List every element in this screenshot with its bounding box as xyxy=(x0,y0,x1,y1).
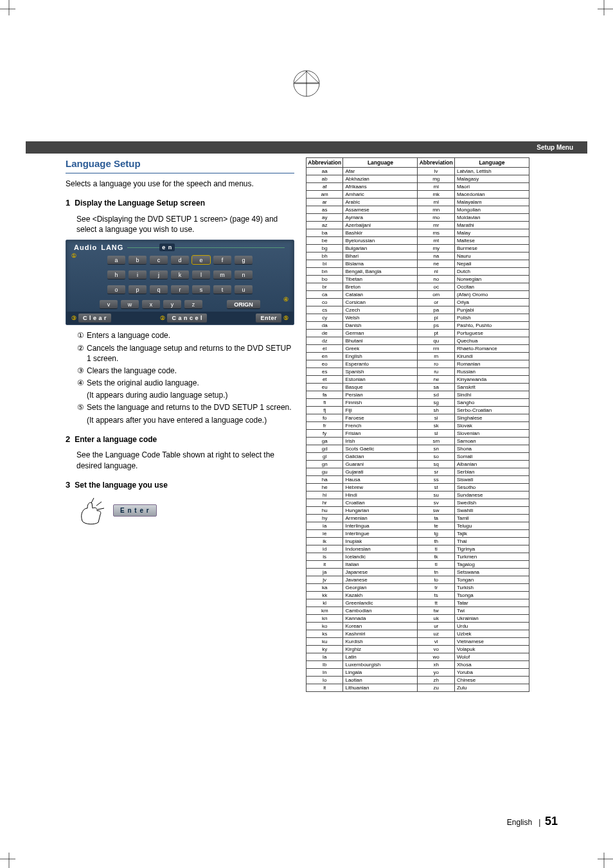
lang-cell: Occitan xyxy=(454,283,529,291)
lang-cell: Cambodian xyxy=(343,607,418,615)
abbrev-cell: tw xyxy=(418,607,454,615)
abbrev-cell: sk xyxy=(418,422,454,430)
lang-cell: Twi xyxy=(454,607,529,615)
key-m[interactable]: m xyxy=(213,270,231,279)
lang-cell: Gujarati xyxy=(343,468,418,476)
lang-cell: Azerbaijani xyxy=(343,222,418,229)
key-p[interactable]: p xyxy=(129,285,147,294)
abbrev-cell: he xyxy=(306,484,343,492)
abbrev-cell: th xyxy=(418,538,454,545)
key-g[interactable]: g xyxy=(235,256,253,264)
table-row: brBretonocOccitan xyxy=(306,283,529,291)
lang-cell: Finnish xyxy=(343,399,418,407)
abbrev-cell: id xyxy=(306,545,343,553)
setup-menu-bar: Setup Menu xyxy=(26,141,587,154)
table-row: amAmharicmkMacedonian xyxy=(306,191,529,199)
abbrev-cell: ml xyxy=(418,199,454,206)
key-u[interactable]: u xyxy=(235,285,253,294)
note-2: Cancels the language setup and returns t… xyxy=(87,343,294,364)
abbrev-cell: gl xyxy=(306,453,343,461)
key-t[interactable]: t xyxy=(213,285,231,294)
lang-cell: Ukrainian xyxy=(454,615,529,623)
key-w[interactable]: w xyxy=(121,300,139,308)
table-row: fjFijishSerbo-Croatian xyxy=(306,407,529,414)
abbrev-cell: rn xyxy=(418,353,454,360)
abbrev-cell: cy xyxy=(306,314,343,322)
key-s[interactable]: s xyxy=(192,285,210,294)
key-c[interactable]: c xyxy=(150,256,168,264)
lang-cell: Hausa xyxy=(343,476,418,484)
table-row: enEnglishrnKirundi xyxy=(306,353,529,360)
key-n[interactable]: n xyxy=(235,270,253,279)
abbrev-cell: bh xyxy=(306,252,343,260)
abbrev-cell: om xyxy=(418,291,454,299)
table-row: gnGuaranisqAlbanian xyxy=(306,461,529,468)
key-d[interactable]: d xyxy=(171,256,189,264)
table-row: esSpanishruRussian xyxy=(306,368,529,376)
abbrev-cell: su xyxy=(418,492,454,499)
table-row: fyFrisianslSlovenian xyxy=(306,430,529,438)
note-3: Clears the language code. xyxy=(87,366,177,376)
key-k[interactable]: k xyxy=(171,270,189,279)
lang-cell: Afar xyxy=(343,168,418,175)
lang-cell: Nepali xyxy=(454,260,529,268)
lang-cell: Punjabi xyxy=(454,306,529,314)
abbrev-cell: sa xyxy=(418,384,454,391)
abbrev-cell: fr xyxy=(306,422,343,430)
key-r[interactable]: r xyxy=(171,285,189,294)
abbrev-cell: lo xyxy=(306,677,343,684)
lang-cell: Abkhazian xyxy=(343,175,418,183)
abbrev-cell: ba xyxy=(306,229,343,237)
key-z[interactable]: z xyxy=(184,300,202,308)
key-x[interactable]: x xyxy=(142,300,160,308)
key-a[interactable]: a xyxy=(107,256,125,264)
key-q[interactable]: q xyxy=(150,285,168,294)
lang-cell: Persian xyxy=(343,391,418,399)
lang-cell: Moldavian xyxy=(454,214,529,222)
lang-cell: German xyxy=(343,330,418,337)
key-v[interactable]: v xyxy=(100,300,118,308)
enter-action-button[interactable]: E n t e r xyxy=(113,504,157,517)
abbrev-cell: ia xyxy=(306,522,343,530)
abbrev-cell: ka xyxy=(306,584,343,592)
key-l[interactable]: l xyxy=(192,270,210,279)
lang-cell: Korean xyxy=(343,623,418,630)
abbrev-cell: cs xyxy=(306,306,343,314)
key-h[interactable]: h xyxy=(107,270,125,279)
lang-cell: Amharic xyxy=(343,191,418,199)
note-4b: (It appears during audio language setup.… xyxy=(87,390,228,400)
key-y[interactable]: y xyxy=(163,300,181,308)
lang-cell: Portuguese xyxy=(454,330,529,337)
abbrev-cell: fy xyxy=(306,430,343,438)
table-row: huHungarianswSwahili xyxy=(306,507,529,515)
table-row: jaJapanesetnSetswana xyxy=(306,569,529,576)
key-i[interactable]: i xyxy=(129,270,147,279)
key-b[interactable]: b xyxy=(129,256,147,264)
abbrev-cell: so xyxy=(418,453,454,461)
abbrev-cell: ss xyxy=(418,476,454,484)
lang-cell: Swahili xyxy=(454,507,529,515)
lang-cell: Lingala xyxy=(343,669,418,677)
table-row: csCzechpaPunjabi xyxy=(306,306,529,314)
key-orign[interactable]: ORIGN xyxy=(227,300,260,308)
key-o[interactable]: o xyxy=(107,285,125,294)
abbrev-cell: ha xyxy=(306,476,343,484)
enter-button[interactable]: Enter xyxy=(256,314,281,323)
abbrev-cell: wo xyxy=(418,653,454,661)
key-j[interactable]: j xyxy=(150,270,168,279)
key-f[interactable]: f xyxy=(213,256,231,264)
panel-header-lang: LANG xyxy=(101,243,123,252)
table-row: faPersiansdSindhi xyxy=(306,391,529,399)
table-row: kuKurdishviVietnamese xyxy=(306,638,529,646)
abbrev-cell: si xyxy=(418,414,454,422)
key-e[interactable]: e xyxy=(192,256,210,264)
abbrev-cell: lv xyxy=(418,168,454,175)
abbrev-cell: it xyxy=(306,561,343,569)
table-row: baBashkirmsMalay xyxy=(306,229,529,237)
lang-cell: Turkish xyxy=(454,584,529,592)
clear-button[interactable]: C l e a r xyxy=(78,314,111,323)
cancel-button[interactable]: C a n c e l xyxy=(167,314,207,323)
abbrev-cell: aa xyxy=(306,168,343,175)
lang-cell: Turkmen xyxy=(454,553,529,561)
step-1-title: Display the Language Setup screen xyxy=(75,198,205,208)
